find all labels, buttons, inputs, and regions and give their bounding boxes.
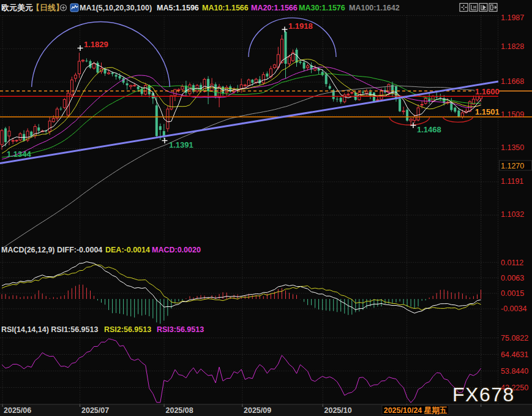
svg-text:2025/10/24 星期五: 2025/10/24 星期五	[384, 406, 448, 415]
svg-text:MA20:1.1566: MA20:1.1566	[251, 4, 298, 12]
svg-text:1.1600: 1.1600	[475, 87, 500, 96]
svg-text:MA5:1.1596: MA5:1.1596	[157, 4, 199, 12]
svg-text:75.0822: 75.0822	[501, 334, 528, 342]
svg-text:64.4631: 64.4631	[501, 350, 528, 359]
svg-text:1.1918: 1.1918	[288, 21, 313, 31]
svg-text:欧元美元: 欧元美元	[1, 3, 33, 12]
svg-text:RSI3:56.9513: RSI3:56.9513	[157, 325, 204, 334]
svg-text:-0.0034: -0.0034	[501, 304, 526, 313]
svg-text:53.8440: 53.8440	[501, 367, 528, 376]
svg-text:MACD(26,12,9) DIFF:-0.0004: MACD(26,12,9) DIFF:-0.0004	[1, 246, 102, 254]
svg-text:1.1344: 1.1344	[7, 149, 32, 159]
svg-text:MA30:1.1576: MA30:1.1576	[299, 4, 345, 12]
svg-text:2025/09: 2025/09	[244, 406, 271, 415]
svg-text:2025/10: 2025/10	[324, 406, 352, 415]
svg-text:1.1350: 1.1350	[501, 143, 524, 152]
svg-text:2025/06: 2025/06	[4, 406, 31, 415]
svg-text:1.1829: 1.1829	[84, 40, 108, 49]
svg-text:1.1668: 1.1668	[501, 77, 524, 86]
svg-text:1.1032: 1.1032	[501, 210, 524, 219]
svg-text:2025/08: 2025/08	[166, 406, 193, 415]
svg-text:1.1391: 1.1391	[169, 140, 193, 149]
svg-text:FX678: FX678	[452, 384, 515, 406]
svg-text:1.1270: 1.1270	[501, 162, 524, 170]
svg-text:【日线】: 【日线】	[32, 3, 64, 12]
svg-text:1.1191: 1.1191	[501, 177, 523, 186]
svg-text:0.0063: 0.0063	[501, 274, 524, 282]
svg-text:1.1509: 1.1509	[501, 110, 524, 119]
svg-text:1.1501: 1.1501	[475, 107, 500, 116]
svg-text:RSI(14,14,14) RSI1:56.9513: RSI(14,14,14) RSI1:56.9513	[1, 325, 98, 334]
svg-text:0.0015: 0.0015	[501, 289, 524, 298]
svg-text:MA100:1.1642: MA100:1.1642	[349, 4, 400, 12]
svg-text:MA1(5,10,20,30,100): MA1(5,10,20,30,100)	[80, 4, 152, 12]
svg-text:1.1987: 1.1987	[501, 13, 524, 22]
svg-text:MA10:1.1566: MA10:1.1566	[202, 4, 249, 12]
svg-text:0.0112: 0.0112	[501, 259, 523, 267]
svg-text:MACD:0.0020: MACD:0.0020	[152, 246, 201, 254]
svg-text:1.1828: 1.1828	[501, 42, 524, 51]
svg-text:DEA:-0.0014: DEA:-0.0014	[105, 246, 150, 254]
svg-text:1.1468: 1.1468	[417, 125, 441, 134]
svg-text:RSI2:56.9513: RSI2:56.9513	[104, 325, 151, 334]
svg-text:2025/07: 2025/07	[81, 406, 109, 415]
